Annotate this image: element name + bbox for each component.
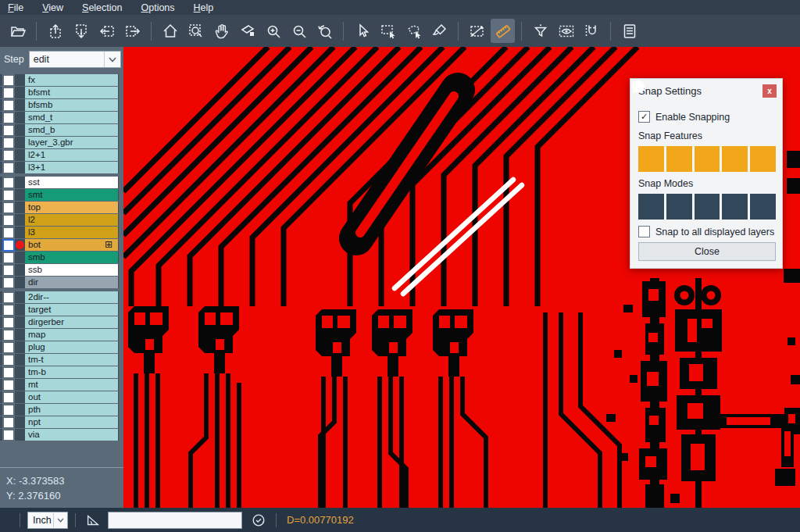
layer-visibility-checkbox[interactable] bbox=[2, 291, 15, 304]
snap-mode-slot-center-button[interactable] bbox=[695, 194, 720, 220]
layer-visibility-checkbox[interactable] bbox=[2, 379, 15, 391]
import-up-button[interactable] bbox=[43, 19, 67, 43]
layer-visibility-checkbox[interactable] bbox=[2, 162, 15, 174]
layer-visibility-checkbox[interactable] bbox=[2, 99, 15, 112]
layer-label[interactable]: mt bbox=[25, 379, 118, 391]
layer-label[interactable]: l3+1 bbox=[25, 162, 118, 173]
zoom-previous-button[interactable] bbox=[312, 19, 337, 43]
report-button[interactable] bbox=[617, 19, 641, 43]
snap-mode-center-button[interactable] bbox=[638, 194, 664, 220]
snap-feature-surface-button[interactable] bbox=[695, 146, 720, 172]
zoom-polygon-button[interactable] bbox=[235, 19, 259, 43]
layer-label[interactable]: bfsmt bbox=[25, 87, 118, 98]
snap-feature-arc-button[interactable] bbox=[722, 146, 748, 172]
layer-label[interactable]: smd_b bbox=[25, 124, 118, 136]
layer-label[interactable]: ssb bbox=[25, 264, 118, 276]
select-lasso-button[interactable] bbox=[402, 19, 426, 43]
layer-visibility-checkbox[interactable] bbox=[2, 189, 15, 202]
snap-feature-pad-button[interactable] bbox=[666, 146, 692, 172]
layer-label[interactable]: l2+1 bbox=[25, 149, 118, 161]
layer-label[interactable]: pth bbox=[25, 404, 118, 416]
zoom-out-button[interactable] bbox=[287, 19, 311, 43]
layer-visibility-checkbox[interactable] bbox=[2, 391, 15, 404]
layer-label[interactable]: top bbox=[25, 202, 118, 213]
history-check-icon[interactable] bbox=[248, 511, 269, 530]
layer-label[interactable]: dir bbox=[25, 277, 118, 288]
angle-measure-icon[interactable] bbox=[83, 511, 103, 530]
unit-select[interactable]: Inch bbox=[27, 512, 68, 529]
layer-label[interactable]: bfsmb bbox=[25, 99, 118, 111]
close-icon[interactable]: x bbox=[762, 84, 777, 98]
layer-visibility-checkbox[interactable] bbox=[2, 264, 15, 277]
layer-visibility-checkbox[interactable] bbox=[2, 137, 15, 149]
view-visibility-button[interactable] bbox=[554, 19, 578, 43]
layer-visibility-checkbox[interactable] bbox=[2, 416, 15, 429]
snap-feature-line-button[interactable] bbox=[638, 146, 664, 172]
layer-visibility-checkbox[interactable] bbox=[2, 239, 15, 252]
layer-visibility-checkbox[interactable] bbox=[2, 252, 15, 264]
layer-visibility-checkbox[interactable] bbox=[2, 366, 15, 379]
layer-label[interactable]: tm-b bbox=[25, 366, 118, 378]
layer-label[interactable]: smd_t bbox=[25, 112, 118, 123]
layer-visibility-checkbox[interactable] bbox=[2, 87, 15, 99]
zoom-region-button[interactable] bbox=[184, 19, 208, 43]
pan-hand-button[interactable] bbox=[209, 19, 234, 43]
menu-view[interactable]: View bbox=[42, 2, 63, 13]
layer-visibility-checkbox[interactable] bbox=[2, 316, 15, 329]
layer-visibility-checkbox[interactable] bbox=[2, 124, 15, 137]
layer-visibility-checkbox[interactable] bbox=[2, 149, 15, 162]
layer-visibility-checkbox[interactable] bbox=[2, 304, 15, 316]
open-file-button[interactable] bbox=[5, 19, 30, 43]
layer-label[interactable]: target bbox=[25, 304, 118, 316]
snap-feature-text-button[interactable] bbox=[750, 146, 776, 172]
layer-label[interactable]: layer_3.gbr bbox=[25, 137, 118, 148]
layer-label[interactable]: via bbox=[25, 429, 118, 441]
layer-visibility-checkbox[interactable] bbox=[2, 214, 15, 227]
layer-label[interactable]: smb bbox=[25, 252, 118, 263]
layer-label[interactable]: out bbox=[25, 391, 118, 403]
layer-label[interactable]: dirgerber bbox=[25, 316, 118, 328]
layer-visibility-checkbox[interactable] bbox=[2, 341, 15, 354]
menu-file[interactable]: File bbox=[8, 2, 23, 13]
select-arrow-button[interactable] bbox=[350, 19, 374, 43]
layer-visibility-checkbox[interactable] bbox=[2, 112, 15, 124]
layer-label[interactable]: l2 bbox=[25, 214, 118, 226]
select-rect-button[interactable] bbox=[376, 19, 400, 43]
layer-visibility-checkbox[interactable] bbox=[2, 177, 15, 189]
layer-label[interactable]: npt bbox=[25, 416, 118, 428]
layer-label[interactable]: l3 bbox=[25, 227, 118, 238]
snap-mode-slot-end-button[interactable] bbox=[722, 194, 748, 220]
snap-all-layers-checkbox[interactable] bbox=[638, 226, 650, 237]
brush-button[interactable] bbox=[427, 19, 452, 43]
layer-visibility-checkbox[interactable] bbox=[2, 329, 15, 341]
snap-mode-midpoint-button[interactable] bbox=[666, 194, 692, 220]
home-view-button[interactable] bbox=[158, 19, 182, 43]
snap-mode-contour-button[interactable] bbox=[750, 194, 776, 220]
layer-label[interactable]: tm-t bbox=[25, 354, 118, 366]
step-select[interactable]: edit bbox=[29, 51, 121, 68]
measure-line-button[interactable] bbox=[465, 19, 489, 43]
layer-visibility-checkbox[interactable] bbox=[2, 404, 15, 416]
measure-input[interactable] bbox=[108, 512, 242, 529]
layer-visibility-checkbox[interactable] bbox=[2, 227, 15, 239]
layer-label[interactable]: map bbox=[25, 329, 118, 341]
import-left-button[interactable] bbox=[95, 19, 119, 43]
import-right-button[interactable] bbox=[120, 19, 145, 43]
layer-visibility-checkbox[interactable] bbox=[2, 202, 15, 214]
import-down-button[interactable] bbox=[69, 19, 93, 43]
layer-label[interactable]: smt bbox=[25, 189, 118, 201]
layer-visibility-checkbox[interactable] bbox=[2, 277, 15, 289]
grid-icon[interactable]: ⊞ bbox=[105, 239, 112, 251]
layer-visibility-checkbox[interactable] bbox=[2, 354, 15, 366]
magnet-snap-button[interactable] bbox=[580, 19, 604, 43]
menu-options[interactable]: Options bbox=[141, 2, 174, 13]
layer-visibility-checkbox[interactable] bbox=[2, 429, 15, 441]
zoom-in-button[interactable] bbox=[261, 19, 285, 43]
filter-button[interactable] bbox=[528, 19, 552, 43]
menu-help[interactable]: Help bbox=[194, 2, 214, 13]
ruler-tool-button[interactable] bbox=[491, 19, 515, 43]
layer-label[interactable]: 2dir-- bbox=[25, 291, 118, 303]
layer-label[interactable]: plug bbox=[25, 341, 118, 353]
enable-snapping-checkbox[interactable]: ✓ bbox=[638, 111, 650, 123]
menu-selection[interactable]: Selection bbox=[82, 2, 122, 13]
